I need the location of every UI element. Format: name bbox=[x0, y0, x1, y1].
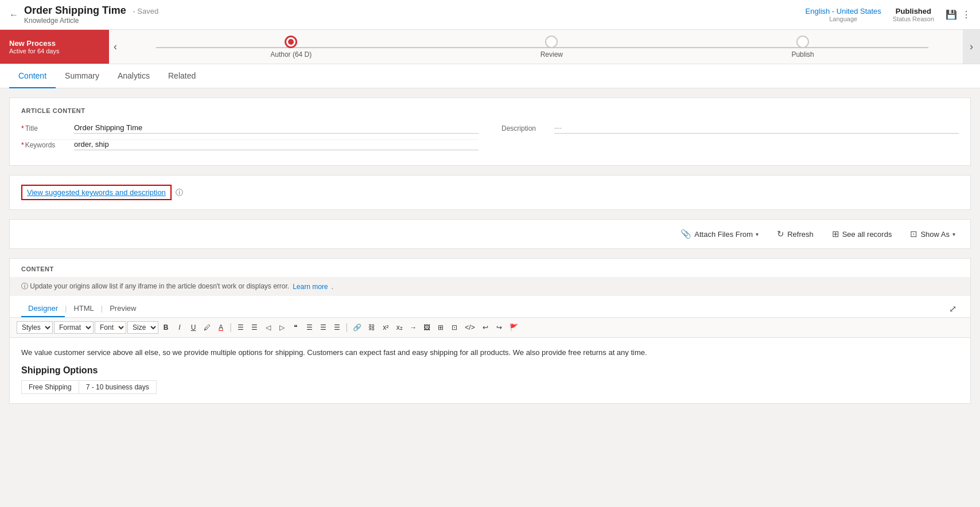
table-row: Free Shipping 7 - 10 business days bbox=[22, 380, 157, 393]
show-as-button[interactable]: ⊡ Show As ▾ bbox=[907, 227, 959, 241]
process-nav-left[interactable]: ‹ bbox=[109, 30, 122, 64]
form-right: Description --- bbox=[501, 123, 959, 156]
tab-analytics[interactable]: Analytics bbox=[108, 64, 159, 88]
content-section-header: CONTENT bbox=[10, 259, 970, 277]
language-value[interactable]: English - United States bbox=[806, 7, 881, 15]
editor-tabs-bar: Designer | HTML | Preview ⤢ bbox=[10, 296, 970, 318]
rte-styles-select[interactable]: Styles bbox=[17, 321, 53, 334]
header-right: English - United States Language Publish… bbox=[806, 7, 971, 22]
rte-underline[interactable]: U bbox=[187, 322, 200, 333]
step-label-review: Review bbox=[540, 50, 563, 58]
tabs-bar: Content Summary Analytics Related bbox=[0, 64, 980, 88]
tab-summary[interactable]: Summary bbox=[56, 64, 108, 88]
value-keywords[interactable]: order, ship bbox=[74, 140, 479, 150]
process-nav-right[interactable]: › bbox=[963, 30, 980, 64]
tab-related[interactable]: Related bbox=[159, 64, 205, 88]
editor-tab-html[interactable]: HTML bbox=[67, 301, 100, 317]
rte-sep-2: | bbox=[345, 322, 348, 333]
step-label-author: Author (64 D) bbox=[270, 50, 312, 58]
rte-toolbar: Styles Format Font Size B I U 🖊 A | ☰ ☰ … bbox=[10, 318, 970, 338]
label-keywords: *Keywords bbox=[21, 140, 67, 149]
see-all-records-button[interactable]: ⊞ See all records bbox=[829, 227, 896, 241]
refresh-label: Refresh bbox=[787, 230, 814, 239]
more-menu-icon[interactable]: ⋮ bbox=[962, 9, 971, 20]
rte-bold[interactable]: B bbox=[160, 322, 172, 333]
rte-justify-center[interactable]: ☰ bbox=[317, 322, 329, 333]
rte-image[interactable]: 🖼 bbox=[421, 322, 433, 333]
rte-justify-left[interactable]: ☰ bbox=[303, 322, 316, 333]
rte-subscript[interactable]: x₂ bbox=[393, 322, 406, 333]
article-title: Order Shipping Time bbox=[24, 5, 126, 16]
rte-justify-right[interactable]: ☰ bbox=[330, 322, 343, 333]
rte-link[interactable]: 🔗 bbox=[350, 322, 364, 333]
editor-tab-designer[interactable]: Designer bbox=[21, 301, 65, 317]
rte-font-color[interactable]: A bbox=[215, 322, 227, 333]
show-caret: ▾ bbox=[952, 231, 955, 237]
back-button[interactable]: ← bbox=[9, 10, 18, 20]
status-value: Published bbox=[893, 7, 934, 15]
form-grid: *Title Order Shipping Time *Keywords ord… bbox=[21, 123, 959, 156]
rte-format-select[interactable]: Format bbox=[54, 321, 94, 334]
rte-superscript[interactable]: x² bbox=[379, 322, 392, 333]
attach-label: Attach Files From bbox=[694, 230, 753, 239]
step-circle-review bbox=[545, 36, 558, 48]
rte-source-code[interactable]: </> bbox=[462, 322, 477, 333]
rte-indent[interactable]: ▷ bbox=[275, 322, 288, 333]
refresh-icon: ↻ bbox=[777, 229, 784, 239]
table-cell-col1: Free Shipping bbox=[22, 380, 79, 393]
step-circle-publish bbox=[796, 36, 809, 48]
refresh-button[interactable]: ↻ Refresh bbox=[773, 227, 817, 241]
step-circle-author bbox=[285, 36, 297, 48]
learn-more-link[interactable]: Learn more bbox=[293, 283, 328, 291]
content-editor-section: CONTENT ⓘ Update your origins allow list… bbox=[9, 258, 971, 404]
rte-align-left[interactable]: ☰ bbox=[234, 322, 247, 333]
save-icon[interactable]: 💾 bbox=[946, 9, 957, 20]
tab-content[interactable]: Content bbox=[9, 64, 56, 88]
rte-flag[interactable]: 🚩 bbox=[507, 322, 521, 333]
process-title: New Process bbox=[9, 39, 100, 48]
process-step-review: Review bbox=[540, 36, 563, 58]
info-period: . bbox=[332, 283, 333, 291]
article-content-header: ARTICLE CONTENT bbox=[21, 107, 959, 114]
process-step-publish: Publish bbox=[791, 36, 814, 58]
editor-body[interactable]: We value customer service above all else… bbox=[10, 338, 970, 403]
value-title[interactable]: Order Shipping Time bbox=[74, 123, 479, 134]
process-bar: New Process Active for 64 days ‹ Author … bbox=[0, 30, 980, 64]
required-star-keywords: * bbox=[21, 141, 24, 149]
rte-size-select[interactable]: Size bbox=[127, 321, 158, 334]
language-block: English - United States Language bbox=[806, 7, 881, 22]
attach-files-button[interactable]: 📎 Attach Files From ▾ bbox=[677, 227, 762, 241]
suggested-section: View suggested keywords and description … bbox=[9, 175, 971, 210]
rte-unlink[interactable]: ⛓ bbox=[365, 322, 378, 333]
expand-icon[interactable]: ⤢ bbox=[947, 301, 959, 317]
main-content: ARTICLE CONTENT *Title Order Shipping Ti… bbox=[0, 88, 980, 413]
status-block: Published Status Reason bbox=[893, 7, 934, 22]
records-icon: ⊞ bbox=[832, 229, 839, 239]
info-text: ⓘ Update your origins allow list if any … bbox=[21, 282, 289, 291]
records-label: See all records bbox=[842, 230, 892, 239]
value-description[interactable]: --- bbox=[554, 123, 959, 134]
rte-align-center[interactable]: ☰ bbox=[248, 322, 260, 333]
rte-outdent[interactable]: ◁ bbox=[262, 322, 274, 333]
editor-tab-preview[interactable]: Preview bbox=[103, 301, 143, 317]
saved-label: - Saved bbox=[133, 7, 158, 15]
label-title: *Title bbox=[21, 123, 67, 132]
rte-table-manage[interactable]: ⊡ bbox=[448, 322, 461, 333]
shipping-table: Free Shipping 7 - 10 business days bbox=[21, 380, 157, 394]
rte-table-insert[interactable]: ⊞ bbox=[434, 322, 447, 333]
required-star-title: * bbox=[21, 124, 24, 132]
suggested-info-icon[interactable]: ⓘ bbox=[176, 188, 183, 197]
rte-special-char[interactable]: → bbox=[407, 322, 419, 333]
attach-icon: 📎 bbox=[680, 229, 691, 239]
rte-undo[interactable]: ↩ bbox=[479, 322, 492, 333]
status-label: Status Reason bbox=[893, 15, 934, 22]
rte-italic[interactable]: I bbox=[173, 322, 186, 333]
rte-font-select[interactable]: Font bbox=[95, 321, 126, 334]
rte-highlight[interactable]: 🖊 bbox=[201, 322, 213, 333]
form-left: *Title Order Shipping Time *Keywords ord… bbox=[21, 123, 479, 156]
process-step-author: Author (64 D) bbox=[270, 36, 312, 58]
rte-redo[interactable]: ↪ bbox=[493, 322, 505, 333]
suggested-keywords-link[interactable]: View suggested keywords and description bbox=[21, 185, 172, 200]
table-cell-col2: 7 - 10 business days bbox=[79, 380, 156, 393]
rte-quote[interactable]: ❝ bbox=[289, 322, 302, 333]
